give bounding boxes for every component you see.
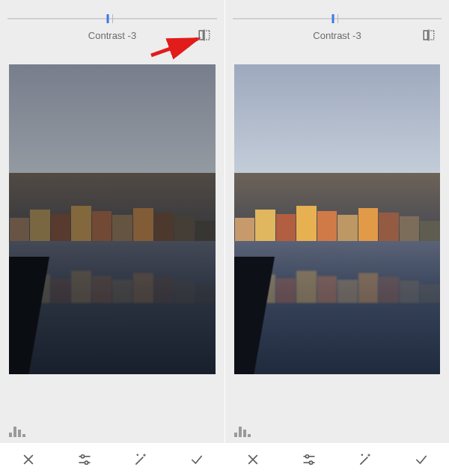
check-icon: [414, 452, 429, 467]
photo-buildings: [9, 173, 216, 241]
adjustment-label: Contrast -3: [88, 30, 136, 41]
tune-button[interactable]: [56, 443, 112, 476]
compare-button[interactable]: [422, 28, 436, 42]
editor-panel-left: Contrast -3: [0, 0, 224, 476]
svg-rect-0: [199, 31, 203, 40]
close-icon: [245, 452, 260, 467]
magic-wand-icon: [133, 452, 148, 467]
auto-button[interactable]: [337, 443, 394, 476]
svg-point-18: [310, 461, 313, 464]
compare-icon: [198, 28, 211, 42]
svg-point-16: [306, 455, 309, 458]
tune-button[interactable]: [281, 443, 337, 476]
photo-canvas-wrap: [225, 51, 449, 476]
check-icon: [189, 452, 204, 467]
bottom-toolbar: [225, 443, 449, 476]
photo-canvas-wrap: [0, 51, 224, 476]
svg-rect-10: [424, 31, 427, 40]
magic-wand-icon: [358, 452, 373, 467]
sliders-icon: [77, 452, 92, 467]
photo-canvas[interactable]: [234, 64, 440, 374]
confirm-button[interactable]: [393, 443, 449, 476]
adjustment-label-row: Contrast -3: [0, 19, 224, 51]
compare-button[interactable]: [198, 28, 211, 42]
confirm-button[interactable]: [168, 443, 224, 476]
slider-area: [225, 0, 449, 19]
photo-buildings: [234, 173, 440, 241]
photo-canvas[interactable]: [9, 64, 216, 374]
auto-button[interactable]: [112, 443, 168, 476]
histogram-button[interactable]: [234, 427, 251, 437]
close-icon: [21, 452, 36, 467]
histogram-button[interactable]: [9, 427, 25, 437]
adjustment-label: Contrast -3: [313, 30, 361, 41]
sliders-icon: [302, 452, 317, 467]
svg-point-8: [85, 461, 88, 464]
adjustment-label-row: Contrast -3: [225, 19, 449, 51]
editor-panel-right: Contrast -3: [224, 0, 449, 476]
cancel-button[interactable]: [225, 443, 281, 476]
bottom-toolbar: [0, 443, 224, 476]
slider-area: [0, 0, 224, 19]
compare-icon: [422, 28, 436, 42]
cancel-button[interactable]: [0, 443, 56, 476]
svg-point-6: [81, 455, 84, 458]
